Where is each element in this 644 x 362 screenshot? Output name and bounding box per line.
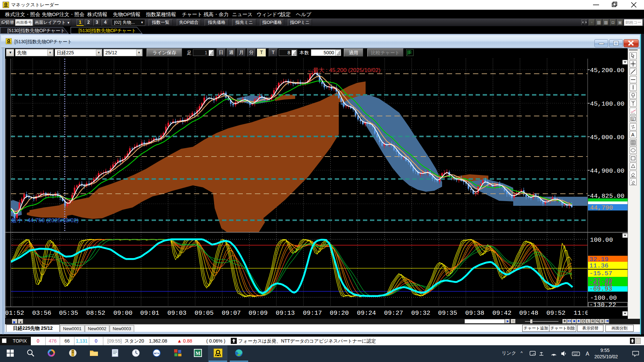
svg-text:09:17: 09:17 xyxy=(303,309,322,317)
svg-text:09:24: 09:24 xyxy=(357,309,376,317)
svg-text:09:13: 09:13 xyxy=(276,309,295,317)
svg-text:09:48: 09:48 xyxy=(519,309,538,317)
svg-text:09:52: 09:52 xyxy=(546,309,566,317)
svg-text:A: A xyxy=(631,132,635,137)
svg-text:09:38: 09:38 xyxy=(465,309,484,317)
svg-text:09:01: 09:01 xyxy=(140,309,159,317)
svg-text:09:35: 09:35 xyxy=(438,309,457,317)
svg-text:09:03: 09:03 xyxy=(167,309,186,317)
svg-text:[5130]指数先物OPチャート: [5130]指数先物OPチャート xyxy=(7,28,65,33)
svg-text:01:52: 01:52 xyxy=(5,309,24,317)
svg-text:09:00: 09:00 xyxy=(113,309,132,317)
svg-text:MT4: MT4 xyxy=(154,352,160,355)
svg-text:09:07: 09:07 xyxy=(222,309,241,317)
svg-text:[5130]指数先物OPチャート: [5130]指数先物OPチャート xyxy=(78,28,136,33)
svg-text:-15.57: -15.57 xyxy=(589,270,612,277)
svg-text:03:56: 03:56 xyxy=(32,309,51,317)
svg-text:A: A xyxy=(586,351,589,357)
svg-text:M: M xyxy=(196,351,200,356)
svg-text:11:0: 11:0 xyxy=(574,309,589,317)
svg-text:08:52: 08:52 xyxy=(86,309,105,317)
svg-text:44,790: 44,790 xyxy=(590,204,613,212)
svg-text:-69.93: -69.93 xyxy=(589,285,612,293)
svg-text:11.36: 11.36 xyxy=(589,262,608,269)
svg-text:44,900.00: 44,900.00 xyxy=(590,167,625,175)
svg-text:Q: Q xyxy=(632,117,634,121)
svg-text:100.00: 100.00 xyxy=(590,236,613,244)
svg-text:←最大 : 45,200 (2025/10/02): ←最大 : 45,200 (2025/10/02) xyxy=(307,67,380,73)
svg-text:←最小 : 44,750 (2025/10/02): ←最小 : 44,750 (2025/10/02) xyxy=(5,217,78,224)
svg-text:45,100.00: 45,100.00 xyxy=(590,100,625,108)
svg-text:09:20: 09:20 xyxy=(330,309,349,317)
svg-text:09:32: 09:32 xyxy=(411,309,430,317)
svg-text:45,200.00: 45,200.00 xyxy=(590,67,625,74)
svg-text:09:05: 09:05 xyxy=(195,309,214,317)
svg-text:45,000.00: 45,000.00 xyxy=(590,134,625,141)
svg-text:09:09: 09:09 xyxy=(249,309,268,317)
svg-text:05:35: 05:35 xyxy=(59,309,78,317)
svg-text:09:27: 09:27 xyxy=(384,309,403,317)
svg-text:09:42: 09:42 xyxy=(492,309,512,317)
svg-text:-100.00: -100.00 xyxy=(590,294,617,302)
